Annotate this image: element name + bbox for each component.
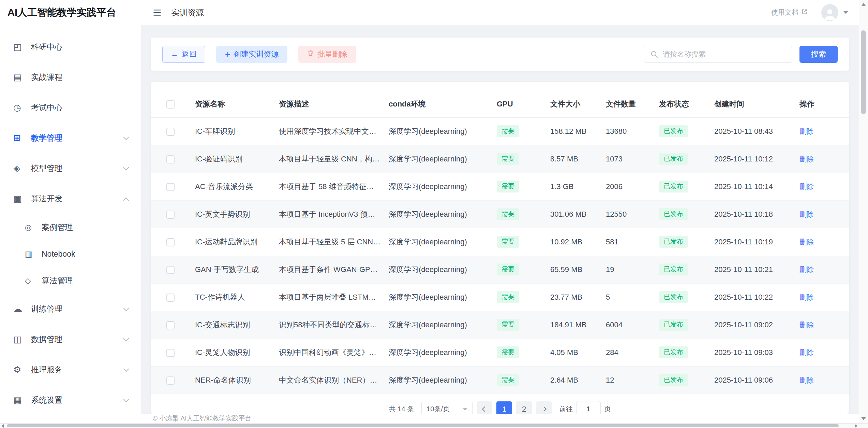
file-size: 65.59 MB (550, 265, 582, 274)
app-logo: AI人工智能教学实践平台 (0, 6, 141, 19)
search-button[interactable]: 搜索 (799, 46, 838, 63)
delete-link[interactable]: 删除 (799, 210, 814, 218)
sidebar-item-practice-courses[interactable]: ▤ 实战课程 (0, 62, 141, 92)
row-checkbox[interactable] (166, 128, 175, 136)
horizontal-scrollbar[interactable] (0, 423, 859, 428)
sidebar-item-training-management[interactable]: ☁ 训练管理 (0, 294, 141, 324)
table-row: NER-命名体识别 中文命名实体识别（NER）… 深度学习(deeplearni… (151, 366, 849, 394)
database-icon: ◫ (13, 334, 31, 345)
batch-delete-button[interactable]: 批量删除 (298, 46, 356, 63)
row-checkbox[interactable] (166, 349, 175, 357)
footer-text: © 小冻梨 AI人工智能教学实践平台 (153, 414, 252, 423)
delete-link[interactable]: 删除 (799, 321, 814, 329)
sidebar-item-label: 数据管理 (31, 334, 62, 345)
column-header-gpu: GPU (497, 91, 550, 117)
row-checkbox[interactable] (166, 155, 175, 163)
batch-delete-label: 批量删除 (317, 49, 347, 59)
prev-page-button[interactable] (477, 401, 492, 414)
page-size-select[interactable]: 10条/页 (421, 401, 473, 414)
avatar[interactable] (821, 4, 838, 21)
page-button-1[interactable]: 1 (496, 401, 512, 414)
delete-link[interactable]: 删除 (799, 266, 814, 273)
sidebar-subitem-notebook[interactable]: ▥ Notebook (0, 241, 141, 267)
delete-link[interactable]: 删除 (799, 293, 814, 301)
delete-link[interactable]: 删除 (799, 155, 814, 163)
table-row: IC-英文手势识别 本项目基于 InceptionV3 预… 深度学习(deep… (151, 200, 849, 228)
table-row: IC-运动鞋品牌识别 本项目基于轻量级 5 层 CNN… 深度学习(deeple… (151, 228, 849, 256)
chevron-left-icon (482, 406, 487, 412)
toolbar-search-group: 搜索 (644, 46, 838, 63)
gpu-badge: 需要 (497, 153, 519, 165)
page-button-2[interactable]: 2 (516, 401, 532, 414)
row-checkbox[interactable] (166, 294, 175, 302)
delete-link[interactable]: 删除 (799, 376, 814, 384)
sidebar-item-research-center[interactable]: ◰ 科研中心 (0, 32, 141, 62)
cloud-icon: ☁ (13, 304, 31, 314)
sidebar-subitem-label: Notebook (42, 249, 75, 259)
sidebar-item-model-management[interactable]: ◈ 模型管理 (0, 153, 141, 184)
create-resource-button[interactable]: + 创建实训资源 (216, 46, 287, 63)
resource-desc: 使用深度学习技术实现中文… (279, 127, 376, 135)
page-size-value: 10条/页 (426, 404, 450, 414)
table-row: TC-作诗机器人 本项目基于两层堆叠 LSTM… 深度学习(deeplearni… (151, 283, 849, 311)
delete-link[interactable]: 删除 (799, 238, 814, 246)
file-size: 10.92 MB (550, 238, 582, 246)
avatar-caret-icon[interactable] (843, 11, 849, 14)
next-page-button[interactable] (536, 401, 552, 414)
collapse-menu-icon[interactable] (153, 8, 162, 17)
conda-env: 深度学习(deeplearning) (389, 127, 467, 135)
back-button[interactable]: ← 返回 (162, 46, 205, 63)
scroll-down-arrow-icon[interactable] (861, 417, 866, 420)
resource-name: IC-运动鞋品牌识别 (195, 238, 257, 246)
jump-page-input[interactable] (576, 401, 601, 414)
resource-desc: 本项目基于 58 维音频特征… (279, 182, 374, 191)
created-time: 2025-10-11 09:06 (714, 376, 773, 384)
row-checkbox[interactable] (166, 376, 175, 385)
sidebar-item-algorithm-development[interactable]: ▣ 算法开发 (0, 184, 141, 214)
gpu-badge: 需要 (497, 291, 519, 303)
horizontal-scrollbar-thumb[interactable] (7, 424, 839, 427)
row-checkbox[interactable] (166, 321, 175, 329)
column-header-count: 文件数量 (606, 91, 659, 117)
status-badge: 已发布 (659, 181, 688, 192)
sidebar-item-system-settings[interactable]: ▦ 系统设置 (0, 385, 141, 415)
docs-link[interactable]: 使用文档 (771, 8, 808, 17)
resource-name: IC-验证码识别 (195, 155, 242, 163)
sidebar-item-teaching-management[interactable]: ⊞ 教学管理 (0, 123, 141, 153)
resource-name: GAN-手写数字生成 (195, 265, 259, 274)
sidebar-item-data-management[interactable]: ◫ 数据管理 (0, 324, 141, 355)
search-button-label: 搜索 (811, 49, 826, 59)
scrollbar-corner (859, 423, 868, 428)
vertical-scrollbar[interactable] (859, 0, 868, 423)
file-count: 1073 (606, 155, 623, 163)
conda-env: 深度学习(deeplearning) (389, 265, 467, 274)
delete-link[interactable]: 删除 (799, 348, 814, 356)
delete-link[interactable]: 删除 (799, 183, 814, 190)
created-time: 2025-10-11 10:22 (714, 293, 773, 301)
vertical-scrollbar-thumb[interactable] (861, 30, 866, 114)
sidebar-subitem-case-management[interactable]: ◎ 案例管理 (0, 214, 141, 241)
sidebar-item-inference-service[interactable]: ⚙ 推理服务 (0, 355, 141, 385)
column-header-status: 发布状态 (659, 91, 714, 117)
case-icon: ◎ (25, 223, 42, 232)
gpu-badge: 需要 (497, 208, 519, 220)
sidebar-item-exam-center[interactable]: ◷ 考试中心 (0, 92, 141, 123)
row-checkbox[interactable] (166, 183, 175, 191)
row-checkbox[interactable] (166, 238, 175, 246)
scroll-right-arrow-icon[interactable] (855, 424, 857, 428)
sidebar-item-label: 科研中心 (31, 42, 62, 52)
plus-icon: + (225, 50, 230, 59)
sidebar: ◰ 科研中心 ▤ 实战课程 ◷ 考试中心 ⊞ 教学管理 ◈ 模型管理 ▣ 算法开… (0, 25, 141, 423)
created-time: 2025-10-11 10:12 (714, 155, 773, 163)
search-input[interactable] (644, 46, 792, 63)
row-checkbox[interactable] (166, 211, 175, 219)
select-all-checkbox[interactable] (166, 100, 175, 109)
delete-link[interactable]: 删除 (799, 127, 814, 135)
column-header-desc: 资源描述 (279, 91, 389, 117)
scroll-up-arrow-icon[interactable] (861, 3, 866, 6)
resource-desc: 本项目基于两层堆叠 LSTM… (279, 293, 376, 301)
scroll-left-arrow-icon[interactable] (1, 424, 4, 428)
row-checkbox[interactable] (166, 266, 175, 274)
sidebar-subitem-algorithm-management[interactable]: ◇ 算法管理 (0, 267, 141, 294)
created-time: 2025-10-11 10:18 (714, 210, 773, 218)
